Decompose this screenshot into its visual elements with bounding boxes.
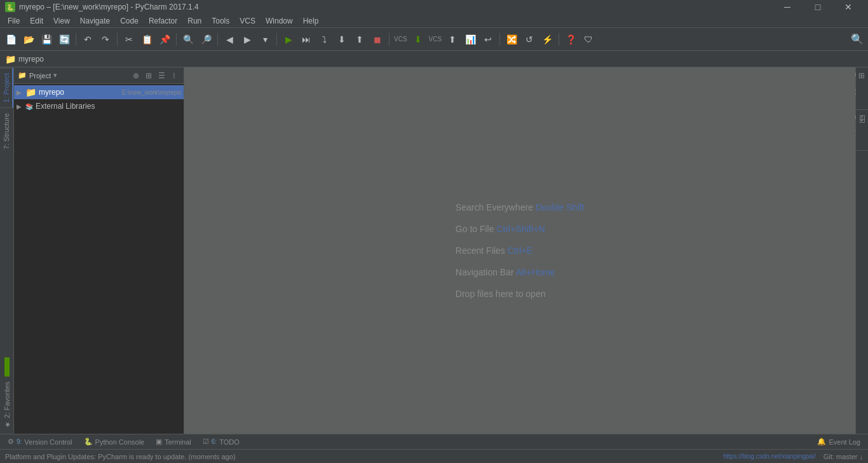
close-button[interactable]: ✕ [834,0,863,14]
status-bar: Platform and Plugin Updates: PyCharm is … [0,449,868,463]
recent-btn[interactable]: ▾ [257,31,273,48]
panel-gear-btn[interactable]: ☰ [156,70,167,81]
menu-help[interactable]: Help [298,15,324,27]
maximize-button[interactable]: □ [803,0,832,14]
python-console-btn[interactable]: 🐍 Python Console [79,435,150,449]
paste-btn[interactable]: 📌 [156,31,173,48]
editor-area: Search Everywhere Double Shift Go to Fil… [184,67,855,434]
favorites-tab[interactable]: ★ 2: Favorites [0,377,13,434]
toolbar-separator-4 [217,33,218,46]
window-controls[interactable]: ─ □ ✕ [773,0,863,14]
menu-view[interactable]: View [48,15,75,27]
menu-run[interactable]: Run [182,15,207,27]
find-btn[interactable]: 🔍 [180,31,196,48]
menu-file[interactable]: File [3,15,25,27]
compare-btn[interactable]: ⚡ [539,31,555,48]
redo-btn[interactable]: ↷ [97,31,114,48]
nav-bar: 📁 myrepo [0,51,868,67]
minimize-button[interactable]: ─ [773,0,802,14]
copy-btn[interactable]: 📋 [139,31,155,48]
status-url: https://blog.csdn.net/xianpingpai/ [723,453,816,460]
panel-more-btn[interactable]: ⁞ [168,70,180,81]
database-icon: 🗄 [857,115,866,143]
menu-code[interactable]: Code [115,15,144,27]
favorites-star-icon: ★ [3,420,11,429]
new-file-btn[interactable]: 📄 [3,31,19,48]
myrepo-folder-icon: 📁 [25,87,36,97]
tree-item-external-libs[interactable]: ▶ 📚 External Libraries [14,99,184,113]
event-log-label: Event Log [829,438,860,446]
left-tab-structure[interactable]: 7: Structure [0,107,13,155]
extlibs-icon: 📚 [25,103,33,110]
tree-item-myrepo[interactable]: ▶ 📁 myrepo E:\new_work\myrepo [14,85,184,99]
status-right: https://blog.csdn.net/xianpingpai/ Git: … [723,453,863,460]
project-panel-icon: 📁 [18,71,27,79]
project-folder-icon: 📁 [5,54,16,64]
menu-window[interactable]: Window [261,15,298,27]
panel-header-icons[interactable]: ⊕ ⊞ ☰ ⁞ [130,70,180,81]
task-btn[interactable]: 🔀 [503,31,520,48]
title-bar: 🐍 myrepo – [E:\new_work\myrepo] - PyChar… [0,0,868,14]
stop-btn[interactable]: ◼ [369,31,386,48]
open-btn[interactable]: 📂 [20,31,37,48]
myrepo-name: myrepo [39,88,119,97]
project-panel-dropdown[interactable]: ▾ [53,71,57,79]
hint-nav-shortcut: Alt+Home [516,267,555,277]
undo-btn[interactable]: ↶ [79,31,96,48]
cut-btn[interactable]: ✂ [121,31,137,48]
extlibs-name: External Libraries [36,102,181,111]
right-tab-dataview[interactable]: ⊞ Data View [856,67,868,110]
bottom-tool-left: ⚙ 9: Version Control 🐍 Python Console ▣ … [3,435,245,449]
hint-recent-files: Recent Files Ctrl+E [456,245,532,256]
version-control-btn[interactable]: ⚙ 9: Version Control [3,435,78,449]
hint-goto-file: Go to File Ctrl+Shift+N [456,224,545,234]
menu-tools[interactable]: Tools [207,15,234,27]
help-btn[interactable]: ❓ [562,31,579,48]
favorites-label: 2: Favorites [3,382,11,418]
menu-refactor[interactable]: Refactor [144,15,182,27]
inspect-btn[interactable]: 🛡 [580,31,597,48]
back-btn[interactable]: ◀ [221,31,238,48]
run-btn[interactable]: ▶ [280,31,297,48]
event-log-icon: 🔔 [817,438,826,446]
vcs-revert-btn[interactable]: ↩ [480,31,496,48]
editor-hints: Search Everywhere Double Shift Go to Fil… [456,202,584,299]
step-over-btn[interactable]: ⤵ [316,31,332,48]
search-everywhere-btn[interactable]: 🔍 [849,31,865,48]
python-console-icon: 🐍 [84,438,93,446]
terminal-btn[interactable]: ▣ Terminal [151,435,196,449]
menu-edit[interactable]: Edit [25,15,48,27]
toolbar-separator-2 [117,33,118,46]
resume-btn[interactable]: ⏭ [298,31,315,48]
vcs-commit-btn[interactable]: ⬆ [444,31,461,48]
mini-bar-1 [4,357,10,377]
toolbar-separator-3 [176,33,177,46]
right-tab-database[interactable]: 🗄 Database [856,110,868,151]
toolbar-separator-8 [559,33,559,46]
save-btn[interactable]: 💾 [38,31,55,48]
left-tab-project[interactable]: 1: Project [0,67,13,107]
status-message: Platform and Plugin Updates: PyCharm is … [5,453,236,460]
panel-collapse-all-btn[interactable]: ⊕ [130,70,142,81]
hint-search-shortcut: Double Shift [536,202,584,212]
forward-btn[interactable]: ▶ [239,31,255,48]
terminal-label: Terminal [165,438,191,446]
toolbar-separator-5 [276,33,277,46]
event-log-btn[interactable]: 🔔 Event Log [812,435,865,449]
git-branch[interactable]: Git: master ↓ [824,453,863,460]
hint-recent-label: Recent Files [456,245,505,256]
todo-btn[interactable]: ☑ 6: TODO [198,435,245,449]
toolbar-separator-6 [389,33,390,46]
vcs-update-btn[interactable]: ⬇ [410,31,426,48]
replace-btn[interactable]: 🔎 [198,31,214,48]
menu-navigate[interactable]: Navigate [75,15,115,27]
hint-search-label: Search Everywhere [456,202,533,212]
synchronize-btn[interactable]: 🔄 [56,31,72,48]
main-toolbar: 📄 📂 💾 🔄 ↶ ↷ ✂ 📋 📌 🔍 🔎 ◀ ▶ ▾ ▶ ⏭ ⤵ ⬇ ⬆ ◼ … [0,28,868,51]
vcs-history-btn[interactable]: 📊 [462,31,478,48]
menu-vcs[interactable]: VCS [234,15,261,27]
panel-scroll-btn[interactable]: ⊞ [143,70,154,81]
undo-vcs-btn[interactable]: ↺ [521,31,538,48]
step-into-btn[interactable]: ⬇ [334,31,350,48]
step-out-btn[interactable]: ⬆ [351,31,368,48]
